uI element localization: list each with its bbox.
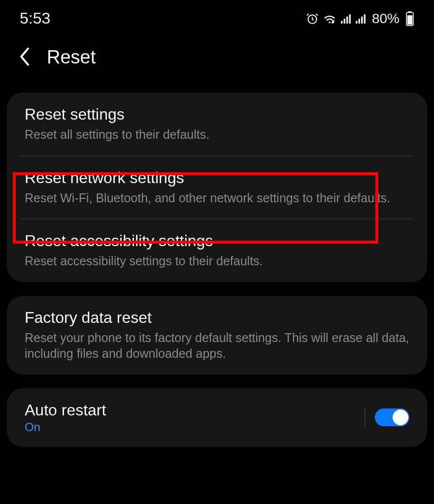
page-title: Reset [47,47,96,68]
status-time: 5:53 [20,9,50,28]
chevron-left-icon [19,47,31,68]
row-desc: Reset your phone to its factory default … [25,330,409,362]
row-title: Factory data reset [25,309,409,327]
reset-network-settings-row[interactable]: Reset network settings Reset Wi-Fi, Blue… [7,156,427,219]
svg-rect-3 [346,16,348,23]
svg-rect-4 [349,14,351,24]
toggle-status: On [25,420,106,434]
factory-data-reset-row[interactable]: Factory data reset Reset your phone to i… [7,296,427,375]
auto-restart-row[interactable]: Auto restart On [7,388,427,447]
signal-icon-1 [340,13,351,24]
reset-settings-row[interactable]: Reset settings Reset all settings to the… [7,93,427,156]
switch-knob [393,410,408,425]
row-title: Reset network settings [25,169,409,187]
signal-icon-2 [355,13,366,24]
wifi-icon [323,13,336,25]
row-title: Auto restart [25,401,106,419]
reset-accessibility-settings-row[interactable]: Reset accessibility settings Reset acces… [7,219,427,282]
row-desc: Reset accessibility settings to their de… [25,253,409,269]
row-title: Reset settings [25,105,409,124]
auto-restart-card: Auto restart On [7,388,427,447]
back-button[interactable] [15,48,34,67]
svg-rect-5 [356,21,357,24]
vertical-divider [365,407,365,428]
battery-icon [405,11,414,26]
row-title: Reset accessibility settings [25,232,409,250]
status-bar: 5:53 80% [0,0,434,32]
svg-rect-6 [359,19,360,24]
svg-rect-11 [407,15,412,25]
reset-options-card: Reset settings Reset all settings to the… [7,93,427,282]
header: Reset [0,32,434,88]
row-desc: Reset all settings to their defaults. [25,126,409,143]
auto-restart-toggle[interactable] [375,409,409,426]
status-icons: 80% [306,11,414,27]
row-desc: Reset Wi-Fi, Bluetooth, and other networ… [25,190,409,206]
factory-reset-card: Factory data reset Reset your phone to i… [7,296,427,375]
alarm-icon [306,12,319,25]
battery-percentage: 80% [372,11,400,27]
svg-rect-7 [361,16,363,23]
svg-rect-2 [344,19,345,24]
svg-rect-1 [341,21,342,24]
svg-rect-8 [364,14,366,24]
